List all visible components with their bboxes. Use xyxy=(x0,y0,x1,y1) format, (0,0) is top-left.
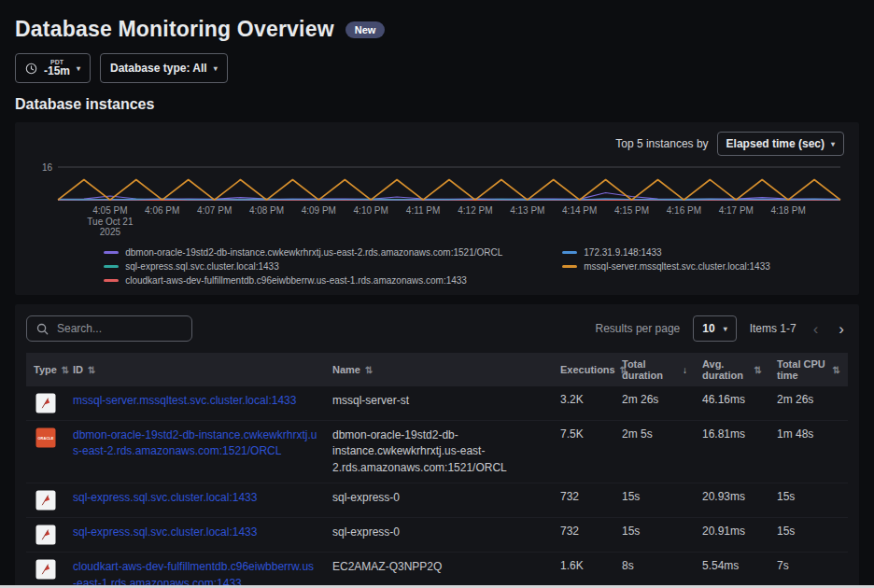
total-cpu-time-value: 7s xyxy=(769,559,848,572)
mssql-icon xyxy=(26,393,65,413)
instance-name: dbmon-oracle-19std2-db-instance.cwkewkrh… xyxy=(325,427,553,476)
oracle-icon: ORACLE xyxy=(26,427,65,448)
instance-name: EC2AMAZ-Q3NPP2Q xyxy=(325,559,553,575)
x-axis-tick-label: 4:05 PM xyxy=(92,205,127,216)
sort-icon: ⇅ xyxy=(88,365,95,375)
series-line xyxy=(58,180,840,201)
legend-column: dbmon-oracle-19std2-db-instance.cwkewkrh… xyxy=(104,247,502,286)
legend-item[interactable]: 172.31.9.148:1433 xyxy=(562,247,770,258)
table-header-row: Type⇅ID⇅Name⇅Executions⇅Total duration↓A… xyxy=(26,353,848,386)
metric-selector[interactable]: Elapsed time (sec) ▾ xyxy=(717,132,844,156)
time-range-text: -15m xyxy=(44,65,70,77)
mssql-icon xyxy=(26,559,65,580)
column-header-total-cpu-time[interactable]: Total CPU time⇅ xyxy=(769,358,848,381)
database-type-filter[interactable]: Database type: All ▾ xyxy=(100,53,228,83)
instances-table-body: mssql-server.mssqltest.svc.cluster.local… xyxy=(26,386,848,588)
results-per-page-label: Results per page xyxy=(596,322,681,335)
x-axis-tick-label: 4:13 PM xyxy=(510,205,544,216)
legend-item[interactable]: sql-express.sql.svc.cluster.local:1433 xyxy=(104,261,502,272)
search-box[interactable] xyxy=(26,315,192,342)
legend-color-dash-icon xyxy=(562,251,577,254)
next-page-button[interactable]: › xyxy=(835,321,848,337)
avg-duration-value: 20.91ms xyxy=(695,525,769,538)
x-axis-tick-label: 4:08 PM xyxy=(249,205,284,216)
table-row: ORACLEdbmon-oracle-19std2-db-instance.cw… xyxy=(26,421,848,483)
chevron-down-icon: ▾ xyxy=(214,64,218,73)
table-row: mssql-server.mssqltest.svc.cluster.local… xyxy=(26,386,848,421)
total-duration-value: 15s xyxy=(614,525,695,538)
executions-value: 732 xyxy=(553,525,614,538)
instance-id-link[interactable]: mssql-server.mssqltest.svc.cluster.local… xyxy=(73,394,296,407)
legend-item[interactable]: mssql-server.mssqltest.svc.cluster.local… xyxy=(562,261,770,272)
instance-id-link[interactable]: sql-express.sql.svc.cluster.local:1433 xyxy=(73,525,257,539)
page-header: Database Monitoring Overview New xyxy=(15,17,859,42)
executions-value: 3.2K xyxy=(553,393,614,406)
total-duration-value: 8s xyxy=(614,559,695,572)
x-axis-tick-label: 4:06 PM xyxy=(145,205,179,216)
items-range-label: Items 1-7 xyxy=(750,322,796,335)
instance-id-cell: sql-express.sql.svc.cluster.local:1433 xyxy=(65,525,325,540)
legend-item[interactable]: dbmon-oracle-19std2-db-instance.cwkewkrh… xyxy=(104,247,502,258)
instance-id-cell: sql-express.sql.svc.cluster.local:1433 xyxy=(65,490,325,506)
column-header-name[interactable]: Name⇅ xyxy=(325,358,553,381)
x-axis-date-label: 2025 xyxy=(100,227,121,237)
instances-table-panel: Results per page 10 ▾ Items 1-7 ‹ › Type… xyxy=(15,304,859,588)
results-per-page-value: 10 xyxy=(702,322,714,335)
database-type-label: Database type: All xyxy=(110,62,207,75)
executions-value: 7.5K xyxy=(553,427,614,441)
global-filters: PDT -15m ▾ Database type: All ▾ xyxy=(15,53,859,83)
column-header-label: Executions xyxy=(560,364,615,375)
legend-color-dash-icon xyxy=(104,251,119,254)
series-line xyxy=(58,193,840,200)
total-cpu-time-value: 1m 48s xyxy=(769,427,848,441)
executions-value: 1.6K xyxy=(553,559,614,572)
instance-name: sql-express-0 xyxy=(325,525,553,540)
svg-text:ORACLE: ORACLE xyxy=(37,437,53,441)
instances-time-chart[interactable]: 164:05 PM4:06 PM4:07 PM4:08 PM4:09 PM4:1… xyxy=(30,158,844,242)
x-axis-tick-label: 4:14 PM xyxy=(562,205,597,216)
column-header-label: Avg. duration xyxy=(702,358,750,381)
legend-item[interactable]: cloudkart-aws-dev-fulfillmentdb.c96eiwbb… xyxy=(104,275,502,286)
search-input[interactable] xyxy=(55,321,182,336)
instance-id-link[interactable]: cloudkart-aws-dev-fulfillmentdb.c96eiwbb… xyxy=(73,560,314,588)
x-axis-tick-label: 4:15 PM xyxy=(614,205,649,216)
column-header-label: Total CPU time xyxy=(777,358,828,381)
series-line xyxy=(58,199,840,200)
column-header-total-duration[interactable]: Total duration↓ xyxy=(614,358,695,381)
column-header-id[interactable]: ID⇅ xyxy=(65,358,325,381)
column-header-type[interactable]: Type⇅ xyxy=(26,358,65,381)
legend-column: 172.31.9.148:1433mssql-server.mssqltest.… xyxy=(562,247,770,286)
sort-descending-icon: ↓ xyxy=(683,365,687,375)
instance-id-link[interactable]: sql-express.sql.svc.cluster.local:1433 xyxy=(73,491,257,504)
total-cpu-time-value: 2m 26s xyxy=(769,393,848,406)
chevron-down-icon: ▾ xyxy=(724,325,727,333)
legend-color-dash-icon xyxy=(104,279,119,282)
legend-item-label: mssql-server.mssqltest.svc.cluster.local… xyxy=(584,261,770,272)
column-header-avg-duration[interactable]: Avg. duration⇅ xyxy=(695,358,769,381)
previous-page-button[interactable]: ‹ xyxy=(810,321,823,337)
instance-id-link[interactable]: dbmon-oracle-19std2-db-instance.cwkewkrh… xyxy=(73,428,317,457)
total-duration-value: 2m 26s xyxy=(614,393,695,406)
x-axis-tick-label: 4:17 PM xyxy=(719,205,754,216)
top-instances-label: Top 5 instances by xyxy=(615,137,708,150)
avg-duration-value: 16.81ms xyxy=(695,427,769,441)
legend-item-label: cloudkart-aws-dev-fulfillmentdb.c96eiwbb… xyxy=(125,275,467,286)
sort-icon: ⇅ xyxy=(754,365,762,375)
instance-name: mssql-server-st xyxy=(325,393,553,409)
column-header-label: Total duration xyxy=(622,358,678,381)
instance-id-cell: dbmon-oracle-19std2-db-instance.cwkewkrh… xyxy=(65,427,325,460)
legend-item-label: dbmon-oracle-19std2-db-instance.cwkewkrh… xyxy=(125,247,502,258)
sort-icon: ⇅ xyxy=(365,365,373,375)
avg-duration-value: 46.16ms xyxy=(695,393,769,406)
x-axis-tick-label: 4:16 PM xyxy=(667,205,701,216)
legend-color-dash-icon xyxy=(562,265,577,268)
column-header-label: Name xyxy=(332,364,360,375)
column-header-executions[interactable]: Executions⇅ xyxy=(553,358,614,381)
instance-id-cell: cloudkart-aws-dev-fulfillmentdb.c96eiwbb… xyxy=(65,559,325,588)
executions-value: 732 xyxy=(553,490,614,503)
total-duration-value: 2m 5s xyxy=(614,427,695,441)
time-range-picker[interactable]: PDT -15m ▾ xyxy=(15,53,91,83)
table-row: sql-express.sql.svc.cluster.local:1433sq… xyxy=(26,483,848,518)
pagination-controls: Results per page 10 ▾ Items 1-7 ‹ › xyxy=(596,315,848,342)
results-per-page-select[interactable]: 10 ▾ xyxy=(693,315,736,342)
